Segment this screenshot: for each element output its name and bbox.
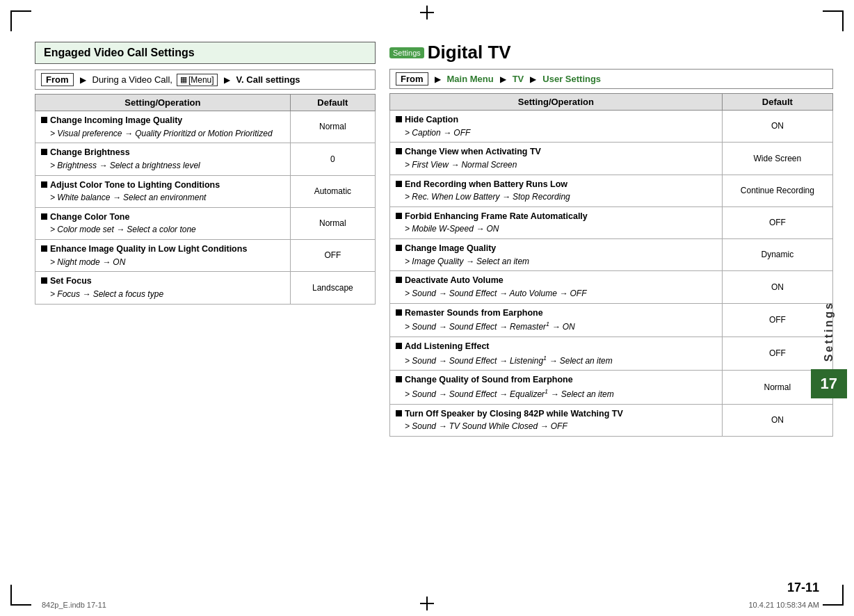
left-row-sub: > Color mode set → Select a color tone xyxy=(50,224,284,236)
right-table-row: End Recording when Battery Runs Low> Rec… xyxy=(390,175,833,206)
cross-bottom xyxy=(420,597,434,610)
right-row-default: Continue Recording xyxy=(722,175,832,206)
left-col2-header: Default xyxy=(290,95,375,111)
right-breadcrumb-1: Main Menu xyxy=(447,74,494,84)
right-row-title: Hide Caption xyxy=(396,114,716,127)
left-title-text: Engaged Video Call Settings xyxy=(44,47,195,58)
right-table: Setting/Operation Default Hide Caption> … xyxy=(389,93,833,437)
right-row-title: Forbid Enhancing Frame Rate Automaticall… xyxy=(396,211,716,223)
right-row-title: End Recording when Battery Runs Low xyxy=(396,179,716,191)
right-table-row: Remaster Sounds from Earphone> Sound → S… xyxy=(390,303,833,337)
right-row-sub: > Sound → Sound Effect → Listening1 → Se… xyxy=(405,354,716,367)
left-table: Setting/Operation Default Change Incomin… xyxy=(35,94,376,305)
bullet xyxy=(396,309,402,316)
left-row-default: 0 xyxy=(290,143,375,175)
right-row-title: Remaster Sounds from Earphone xyxy=(396,307,716,320)
right-col2-header: Default xyxy=(722,94,832,111)
bullet xyxy=(41,245,47,252)
right-row-sub: > First View → Normal Screen xyxy=(405,159,716,171)
bullet xyxy=(396,277,402,283)
corner-br xyxy=(823,585,844,606)
right-table-row: Change Quality of Sound from Earphone> S… xyxy=(390,371,833,404)
right-row-sub: > Sound → Sound Effect → Remaster1 → ON xyxy=(405,320,716,333)
bullet xyxy=(396,116,402,122)
right-row-operation: Add Listening Effect> Sound → Sound Effe… xyxy=(390,337,723,371)
right-col1-header: Setting/Operation xyxy=(390,94,723,111)
left-from-bar: From ▶ During a Video Call, ▦ [Menu] ▶ V… xyxy=(35,70,376,90)
left-row-title: Change Color Tone xyxy=(41,211,284,224)
right-row-sub: > Sound → Sound Effect → Auto Volume → O… xyxy=(405,288,716,300)
bullet xyxy=(396,148,402,154)
right-table-row: Turn Off Speaker by Closing 842P while W… xyxy=(390,404,833,436)
right-from-arrow: ▶ xyxy=(435,74,441,84)
left-row-title: Adjust Color Tone to Lighting Conditions xyxy=(41,179,284,192)
right-row-operation: Change Image Quality> Image Quality → Se… xyxy=(390,239,723,271)
right-row-sub: > Image Quality → Select an item xyxy=(405,256,716,268)
left-table-row: Change Color Tone> Color mode set → Sele… xyxy=(35,207,376,239)
bullet xyxy=(396,245,402,251)
left-row-title: Change Incoming Image Quality xyxy=(41,115,284,127)
left-row-operation: Change Incoming Image Quality> Visual pr… xyxy=(35,111,291,143)
left-row-title: Enhance Image Quality in Low Light Condi… xyxy=(41,243,284,256)
right-row-sub: > Rec. When Low Battery → Stop Recording xyxy=(405,191,716,203)
left-row-operation: Change Color Tone> Color mode set → Sele… xyxy=(35,207,291,239)
bullet xyxy=(41,117,47,123)
left-row-title: Set Focus xyxy=(41,275,284,288)
right-row-operation: Deactivate Auto Volume> Sound → Sound Ef… xyxy=(390,271,723,303)
left-from-arrow: ▶ xyxy=(80,75,86,85)
left-row-sub: > Night mode → ON xyxy=(50,257,284,268)
bullet xyxy=(41,277,47,284)
right-breadcrumb-2: TV xyxy=(513,74,524,84)
corner-tl xyxy=(10,10,31,31)
footer-left: 842p_E.indb 17-11 xyxy=(42,601,106,609)
left-col1-header: Setting/Operation xyxy=(35,95,291,111)
settings-sidebar-container: Settings 17 xyxy=(811,209,847,491)
right-row-operation: Turn Off Speaker by Closing 842P while W… xyxy=(390,404,723,436)
right-row-operation: End Recording when Battery Runs Low> Rec… xyxy=(390,175,723,206)
right-row-title: Change View when Activating TV xyxy=(396,146,716,159)
right-breadcrumb-3: User Settings xyxy=(542,74,601,84)
right-row-operation: Change Quality of Sound from Earphone> S… xyxy=(390,371,723,404)
right-row-title: Change Image Quality xyxy=(396,243,716,255)
left-row-sub: > Brightness → Select a brightness level xyxy=(50,160,284,172)
left-path-arrow: ▶ xyxy=(224,75,230,85)
left-table-row: Change Incoming Image Quality> Visual pr… xyxy=(35,111,376,143)
right-row-sub: > Mobile W-Speed → ON xyxy=(405,223,716,235)
left-row-default: Normal xyxy=(290,207,375,239)
right-row-operation: Hide Caption> Caption → OFF xyxy=(390,111,723,143)
bullet xyxy=(396,410,402,416)
menu-key-text: [Menu] xyxy=(188,75,214,85)
settings-icon: Settings xyxy=(389,47,424,58)
left-row-sub: > Visual preference → Quality Prioritizd… xyxy=(50,128,284,140)
footer-right: 10.4.21 10:58:34 AM xyxy=(748,601,819,609)
bullet xyxy=(41,181,47,188)
left-path: V. Call settings xyxy=(236,74,300,85)
left-table-row: Change Brightness> Brightness → Select a… xyxy=(35,143,376,175)
left-row-operation: Enhance Image Quality in Low Light Condi… xyxy=(35,240,291,272)
cross-top xyxy=(420,6,434,19)
left-row-sub: > Focus → Select a focus type xyxy=(50,289,284,300)
left-section-title: Engaged Video Call Settings xyxy=(35,42,376,64)
page-content: Engaged Video Call Settings From ▶ Durin… xyxy=(35,42,833,574)
left-row-sub: > White balance → Select an environment xyxy=(50,192,284,204)
settings-sidebar-label: Settings xyxy=(823,301,835,362)
left-table-row: Enhance Image Quality in Low Light Condi… xyxy=(35,240,376,272)
left-breadcrumb-text: During a Video Call, xyxy=(92,74,172,85)
right-row-default: ON xyxy=(722,111,832,143)
left-row-operation: Adjust Color Tone to Lighting Conditions… xyxy=(35,175,291,207)
right-row-operation: Forbid Enhancing Frame Rate Automaticall… xyxy=(390,206,723,238)
bullet xyxy=(41,149,47,155)
right-row-operation: Remaster Sounds from Earphone> Sound → S… xyxy=(390,303,723,337)
bullet xyxy=(396,376,402,382)
left-row-default: Landscape xyxy=(290,272,375,304)
page-number: 17-11 xyxy=(787,581,819,595)
right-from-label: From xyxy=(396,72,428,86)
left-table-row: Adjust Color Tone to Lighting Conditions… xyxy=(35,175,376,207)
right-table-row: Add Listening Effect> Sound → Sound Effe… xyxy=(390,337,833,371)
right-row-title: Deactivate Auto Volume xyxy=(396,275,716,287)
right-row-title: Add Listening Effect xyxy=(396,341,716,353)
right-column: Settings Digital TV From ▶ Main Menu ▶ T… xyxy=(389,42,833,574)
left-row-default: Automatic xyxy=(290,175,375,207)
bullet xyxy=(396,343,402,349)
right-table-row: Hide Caption> Caption → OFFON xyxy=(390,111,833,143)
